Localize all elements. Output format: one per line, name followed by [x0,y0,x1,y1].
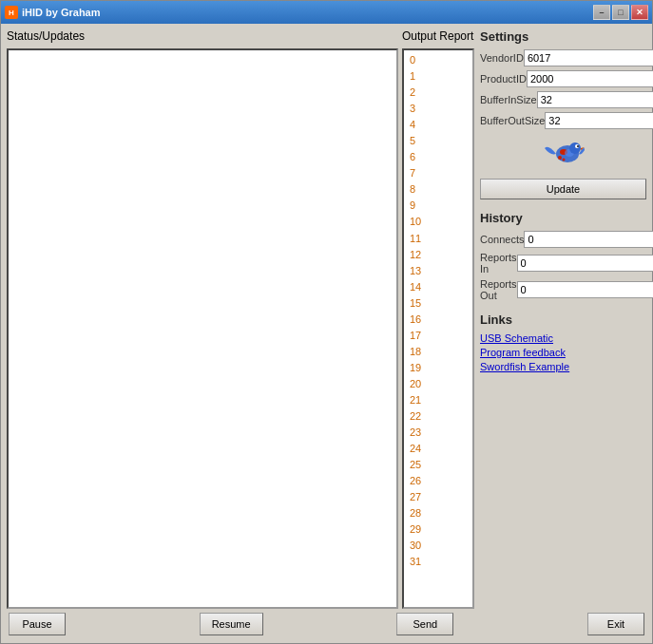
output-item: 24 [406,441,471,457]
title-bar-controls: – □ ✕ [593,5,648,20]
svg-point-3 [569,142,581,154]
output-item: 28 [406,505,471,521]
app-icon: H [5,6,18,19]
bufferinsize-input[interactable] [537,91,653,108]
title-bar: H iHID by Graham – □ ✕ [1,1,652,24]
output-item: 29 [406,521,471,538]
links-section: Links USB Schematic Program feedback Swo… [480,313,646,375]
bufferinsize-label: BufferInSize [480,94,537,105]
svg-point-5 [577,145,579,147]
output-item: 6 [406,149,471,165]
vendorid-input[interactable] [524,49,653,66]
update-button[interactable]: Update [480,179,646,199]
panels-row: 0123456789101112131415161718192021222324… [7,48,474,609]
output-header: Output Report [402,29,474,43]
output-item: 21 [406,392,471,408]
title-bar-left: H iHID by Graham [5,6,101,19]
output-item: 20 [406,376,471,392]
app-logo [539,133,588,175]
output-item: 9 [406,198,471,214]
bufferoutsize-label: BufferOutSize [480,115,545,126]
settings-heading: Settings [480,29,646,44]
send-button[interactable]: Send [396,613,453,635]
output-item: 7 [406,165,471,181]
exit-button[interactable]: Exit [587,613,644,635]
swordfish-example-link[interactable]: Swordfish Example [480,361,646,372]
output-list[interactable]: 0123456789101112131415161718192021222324… [402,48,474,609]
content-area: Status/Updates Output Report 01234567891… [1,24,652,643]
connects-label: Connects [480,234,524,245]
close-button[interactable]: ✕ [631,5,648,20]
output-item: 3 [406,101,471,117]
reports-out-row: Reports Out [480,278,646,301]
program-feedback-link[interactable]: Program feedback [480,347,646,358]
minimize-button[interactable]: – [593,5,610,20]
window-title: iHID by Graham [22,7,101,18]
panel-headers: Status/Updates Output Report [7,29,474,43]
output-item: 27 [406,489,471,505]
history-section: History Connects Reports In Reports Out [480,211,646,305]
output-item: 11 [406,231,471,247]
productid-input[interactable] [527,70,653,87]
output-item: 13 [406,263,471,279]
usb-schematic-link[interactable]: USB Schematic [480,332,646,344]
vendorid-label: VendorID [480,52,524,64]
output-item: 31 [406,554,471,570]
main-window: H iHID by Graham – □ ✕ Status/Updates Ou… [0,0,653,644]
output-report-panel: 0123456789101112131415161718192021222324… [402,48,474,609]
output-item: 12 [406,247,471,263]
output-item: 2 [406,85,471,101]
history-heading: History [480,211,646,225]
pause-button[interactable]: Pause [9,613,66,635]
reports-in-value[interactable] [517,255,653,272]
links-heading: Links [480,313,646,327]
output-item: 16 [406,312,471,328]
vendorid-row: VendorID [480,49,646,66]
output-item: 4 [406,117,471,133]
logo-area [480,133,646,175]
reports-in-row: Reports In [480,252,646,275]
output-item: 14 [406,279,471,295]
footer: Pause Resume Send Exit [7,609,646,637]
status-textarea[interactable] [7,48,398,609]
bufferoutsize-input[interactable] [545,112,653,129]
output-item: 10 [406,214,471,230]
productid-row: ProductID [480,70,646,87]
connects-row: Connects [480,231,646,248]
reports-out-label: Reports Out [480,278,517,301]
productid-label: ProductID [480,73,527,85]
resume-button[interactable]: Resume [200,613,263,635]
bufferoutsize-row: BufferOutSize [480,112,646,129]
svg-point-7 [562,159,565,161]
reports-in-label: Reports In [480,252,517,275]
reports-out-value[interactable] [517,281,653,298]
output-item: 19 [406,360,471,376]
output-item: 17 [406,328,471,344]
svg-point-6 [558,156,562,160]
settings-section: Settings VendorID ProductID BufferInSize [480,29,646,203]
maximize-button[interactable]: □ [612,5,629,20]
output-item: 8 [406,181,471,198]
output-item: 30 [406,538,471,554]
output-item: 25 [406,457,471,473]
right-panel: Settings VendorID ProductID BufferInSize [480,29,646,609]
main-two-col: Status/Updates Output Report 01234567891… [7,29,646,609]
output-item: 22 [406,408,471,425]
output-item: 23 [406,425,471,441]
output-item: 0 [406,52,471,68]
bufferinsize-row: BufferInSize [480,91,646,108]
output-item: 1 [406,68,471,85]
output-item: 15 [406,295,471,312]
status-updates-panel [7,48,398,609]
connects-value[interactable] [524,231,653,248]
status-header: Status/Updates [7,29,398,43]
left-area: Status/Updates Output Report 01234567891… [7,29,474,609]
output-item: 26 [406,473,471,489]
output-item: 5 [406,133,471,149]
output-item: 18 [406,344,471,360]
